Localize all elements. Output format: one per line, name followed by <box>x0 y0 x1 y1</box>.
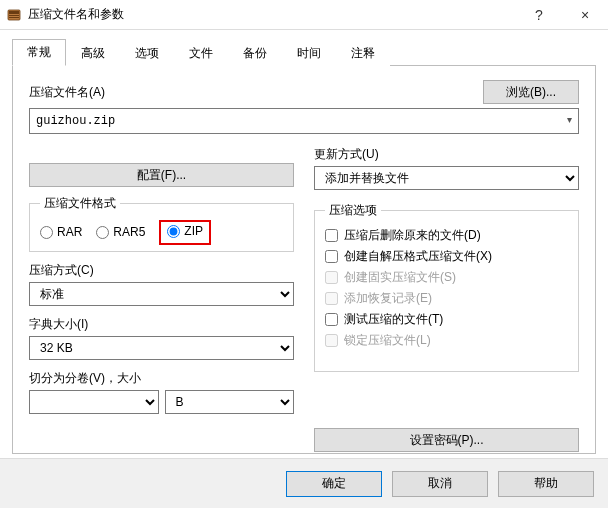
tab-files[interactable]: 文件 <box>174 40 228 66</box>
chk-test-label: 测试压缩的文件(T) <box>344 311 443 328</box>
tab-backup[interactable]: 备份 <box>228 40 282 66</box>
dict-select[interactable]: 32 KB <box>29 336 294 360</box>
radio-rar-input[interactable] <box>40 226 53 239</box>
dict-label: 字典大小(I) <box>29 316 294 333</box>
format-group: 压缩文件格式 RAR RAR5 ZI <box>29 195 294 252</box>
chk-recovery-label: 添加恢复记录(E) <box>344 290 432 307</box>
chk-solid-input <box>325 271 338 284</box>
chk-sfx[interactable]: 创建自解压格式压缩文件(X) <box>325 248 568 265</box>
tab-advanced[interactable]: 高级 <box>66 40 120 66</box>
configure-button-label: 配置(F)... <box>137 167 186 184</box>
radio-rar[interactable]: RAR <box>40 225 82 239</box>
chk-recovery-input <box>325 292 338 305</box>
chk-delete-after[interactable]: 压缩后删除原来的文件(D) <box>325 227 568 244</box>
svg-rect-3 <box>9 17 19 18</box>
split-label: 切分为分卷(V)，大小 <box>29 370 294 387</box>
radio-zip[interactable]: ZIP <box>167 224 203 238</box>
chk-solid: 创建固实压缩文件(S) <box>325 269 568 286</box>
chk-sfx-label: 创建自解压格式压缩文件(X) <box>344 248 492 265</box>
options-legend: 压缩选项 <box>325 202 381 219</box>
update-select[interactable]: 添加并替换文件 <box>314 166 579 190</box>
configure-button[interactable]: 配置(F)... <box>29 163 294 187</box>
radio-zip-label: ZIP <box>184 224 203 238</box>
app-icon <box>6 7 22 23</box>
password-button[interactable]: 设置密码(P)... <box>314 428 579 452</box>
radio-rar-label: RAR <box>57 225 82 239</box>
format-legend: 压缩文件格式 <box>40 195 120 212</box>
filename-label: 压缩文件名(A) <box>29 84 473 101</box>
chk-test-input[interactable] <box>325 313 338 326</box>
password-button-label: 设置密码(P)... <box>410 432 484 449</box>
method-label: 压缩方式(C) <box>29 262 294 279</box>
window-title: 压缩文件名和参数 <box>28 6 124 23</box>
cancel-button-label: 取消 <box>428 475 452 492</box>
browse-button[interactable]: 浏览(B)... <box>483 80 579 104</box>
chk-lock-label: 锁定压缩文件(L) <box>344 332 431 349</box>
radio-rar5[interactable]: RAR5 <box>96 225 145 239</box>
dialog-button-bar: 确定 取消 帮助 <box>0 458 608 508</box>
chk-test[interactable]: 测试压缩的文件(T) <box>325 311 568 328</box>
radio-zip-input[interactable] <box>167 225 180 238</box>
browse-button-label: 浏览(B)... <box>506 84 556 101</box>
help-button-label: 帮助 <box>534 475 558 492</box>
titlebar: 压缩文件名和参数 ? × <box>0 0 608 30</box>
update-label: 更新方式(U) <box>314 146 579 163</box>
tab-options[interactable]: 选项 <box>120 40 174 66</box>
tab-time[interactable]: 时间 <box>282 40 336 66</box>
split-size-select[interactable] <box>29 390 159 414</box>
radio-rar5-label: RAR5 <box>113 225 145 239</box>
options-group: 压缩选项 压缩后删除原来的文件(D) 创建自解压格式压缩文件(X) 创建固 <box>314 202 579 372</box>
radio-rar5-input[interactable] <box>96 226 109 239</box>
chk-delete-after-input[interactable] <box>325 229 338 242</box>
ok-button-label: 确定 <box>322 475 346 492</box>
chevron-down-icon: ▾ <box>567 114 572 125</box>
chk-recovery: 添加恢复记录(E) <box>325 290 568 307</box>
ok-button[interactable]: 确定 <box>286 471 382 497</box>
cancel-button[interactable]: 取消 <box>392 471 488 497</box>
svg-rect-1 <box>9 11 19 14</box>
tab-panel-general: 压缩文件名(A) 浏览(B)... guizhou.zip ▾ 配置(F)...… <box>12 66 596 454</box>
chk-delete-after-label: 压缩后删除原来的文件(D) <box>344 227 481 244</box>
tab-strip: 常规 高级 选项 文件 备份 时间 注释 <box>12 40 596 66</box>
chk-solid-label: 创建固实压缩文件(S) <box>344 269 456 286</box>
close-button[interactable]: × <box>562 0 608 30</box>
filename-value: guizhou.zip <box>36 114 115 128</box>
help-button[interactable]: ? <box>516 0 562 30</box>
svg-rect-2 <box>9 15 19 16</box>
method-select[interactable]: 标准 <box>29 282 294 306</box>
chk-lock-input <box>325 334 338 347</box>
chk-sfx-input[interactable] <box>325 250 338 263</box>
split-unit-select[interactable]: B <box>165 390 295 414</box>
help-button-bottom[interactable]: 帮助 <box>498 471 594 497</box>
tab-comment[interactable]: 注释 <box>336 40 390 66</box>
tab-general[interactable]: 常规 <box>12 39 66 66</box>
filename-combobox[interactable]: guizhou.zip ▾ <box>29 108 579 134</box>
chk-lock: 锁定压缩文件(L) <box>325 332 568 349</box>
